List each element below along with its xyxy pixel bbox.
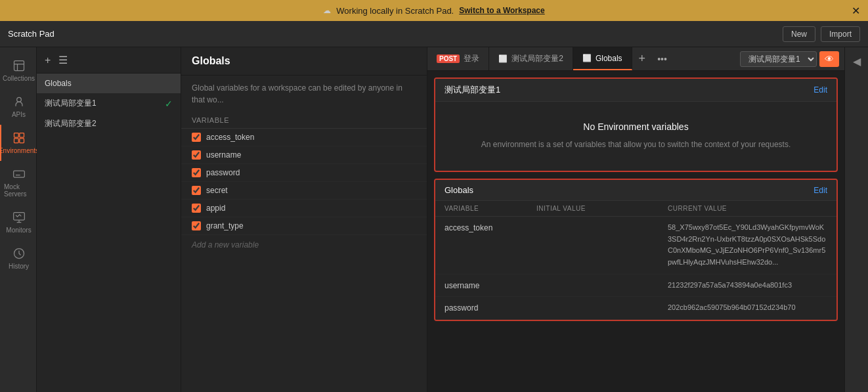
env-tab-icon: ⬜ (498, 54, 508, 63)
close-notification-button[interactable]: ✕ (852, 5, 860, 17)
svg-rect-4 (14, 139, 18, 143)
variable-row: password (181, 164, 427, 182)
globals-card-header: Globals Edit (435, 180, 836, 201)
var-checkbox-5[interactable] (192, 221, 201, 230)
add-tab-button[interactable]: + (632, 52, 653, 66)
more-tabs-button[interactable]: ••• (652, 54, 672, 64)
environment-select[interactable]: 测试局部变量1 测试局部变量2 Globals (740, 51, 817, 67)
globals-data-row[interactable]: username 21232f297a57a5a743894a0e4a801fc… (435, 274, 836, 297)
cell-current-1: 21232f297a57a5a743894a0e4a801fc3 (668, 280, 827, 292)
sidebar-item-history[interactable]: History (0, 240, 36, 276)
var-name-3: secret (206, 186, 416, 195)
svg-point-1 (16, 97, 21, 102)
sidebar-item-environments-label: Environments (0, 147, 39, 154)
var-name-1: username (206, 150, 416, 160)
local-env-card: 测试局部变量1 Edit No Environment variables An… (434, 77, 838, 172)
globals-table-rows: access_token 58_X75wxy87ot5Ec_Y90Ld3Wyah… (435, 217, 836, 320)
post-method-badge: POST (437, 54, 460, 63)
tab-bar: POST 登录 ⬜ 测试局部变量2 ⬜ Globals + ••• 测试局部变量… (427, 47, 844, 71)
env-item-local2[interactable]: 测试局部变量2 (37, 114, 181, 134)
var-checkbox-1[interactable] (192, 150, 201, 160)
svg-rect-3 (19, 133, 24, 138)
globals-card-title: Globals (445, 185, 473, 195)
variable-row: grant_type (181, 217, 427, 235)
col-header-variable: VARIABLE (445, 205, 536, 212)
svg-rect-2 (14, 133, 18, 138)
globals-table-header: VARIABLE (181, 112, 427, 129)
tab-globals[interactable]: ⬜ Globals (573, 47, 632, 70)
sidebar-item-apis[interactable]: APIs (0, 89, 36, 125)
sidebar-item-collections-label: Collections (3, 75, 35, 82)
import-button[interactable]: Import (821, 26, 860, 42)
var-name-0: access_token (206, 133, 416, 142)
globals-panel-description: Global variables for a workspace can be … (181, 76, 427, 112)
variable-row: appid (181, 200, 427, 217)
tab-local-var2[interactable]: ⬜ 测试局部变量2 (489, 47, 573, 70)
sidebar-item-apis-label: APIs (12, 111, 26, 118)
cell-current-0: 58_X75wxy87ot5Ec_Y90Ld3WyahGKfpymvWoK3SD… (668, 222, 827, 268)
cell-variable-0: access_token (445, 222, 536, 232)
globals-data-row[interactable]: access_token 58_X75wxy87ot5Ec_Y90Ld3Wyah… (435, 217, 836, 274)
variable-row: username (181, 146, 427, 164)
cell-variable-2: password (445, 302, 536, 313)
list-view-button[interactable]: ☰ (57, 53, 69, 68)
tab-post-login-label: 登录 (464, 53, 479, 64)
col-header-current: CURRENT VALUE (668, 205, 827, 212)
var-checkbox-4[interactable] (192, 204, 201, 213)
variable-row: access_token (181, 129, 427, 146)
local-env-card-title: 测试局部变量1 (445, 84, 500, 96)
add-variable-row[interactable]: Add a new variable (181, 235, 427, 255)
cell-variable-1: username (445, 280, 536, 290)
svg-rect-7 (13, 213, 24, 221)
svg-rect-6 (13, 171, 24, 177)
sidebar-item-collections[interactable]: Collections (0, 53, 36, 89)
environment-panels: 测试局部变量1 Edit No Environment variables An… (427, 71, 844, 392)
var-checkbox-2[interactable] (192, 168, 201, 177)
sidebar-item-environments[interactable]: Environments (0, 125, 36, 161)
tab-post-login[interactable]: POST 登录 (427, 47, 489, 70)
right-panel-icon1[interactable]: ◀ (850, 53, 863, 70)
tab-bar-right: 测试局部变量1 测试局部变量2 Globals 👁 (740, 51, 844, 67)
globals-card-edit-button[interactable]: Edit (814, 186, 827, 195)
globals-tab-icon: ⬜ (582, 54, 592, 62)
left-panel: + ☰ Globals 测试局部变量1 ✓ 测试局部变量2 (37, 47, 181, 392)
cell-current-2: 202cb962ac59075b964b07152d234b70 (668, 302, 827, 314)
env-item-local1[interactable]: 测试局部变量1 ✓ (37, 93, 181, 114)
globals-card: Globals Edit VARIABLE INITIAL VALUE CURR… (434, 179, 838, 321)
variable-row: secret (181, 182, 427, 200)
local-env-edit-button[interactable]: Edit (814, 85, 827, 95)
icon-sidebar: Collections APIs Environments Mock Serve… (0, 47, 37, 392)
sidebar-item-history-label: History (9, 263, 29, 270)
cloud-icon: ☁ (323, 6, 331, 15)
globals-panel-title: Globals (181, 47, 427, 76)
variables-list: access_token username password secret ap… (181, 129, 427, 235)
var-name-5: grant_type (206, 221, 416, 230)
new-button[interactable]: New (783, 26, 815, 42)
env-item-name: 测试局部变量1 (45, 98, 97, 109)
var-checkbox-3[interactable] (192, 186, 201, 195)
tab-local-var2-label: 测试局部变量2 (511, 53, 563, 64)
globals-data-table-header: VARIABLE INITIAL VALUE CURRENT VALUE (435, 201, 836, 217)
main-area: POST 登录 ⬜ 测试局部变量2 ⬜ Globals + ••• 测试局部变量… (427, 47, 844, 392)
eye-view-button[interactable]: 👁 (819, 51, 839, 67)
col-header-initial: INITIAL VALUE (536, 205, 668, 212)
svg-rect-5 (19, 139, 24, 143)
app-title: Scratch Pad (8, 29, 54, 39)
globals-list-item[interactable]: Globals (37, 74, 181, 93)
globals-data-row[interactable]: password 202cb962ac59075b964b07152d234b7… (435, 297, 836, 320)
var-name-4: appid (206, 204, 416, 213)
var-checkbox-0[interactable] (192, 133, 201, 142)
right-panel: ◀ (844, 47, 868, 392)
sidebar-item-monitors[interactable]: Monitors (0, 204, 36, 240)
globals-editor-panel: Globals Global variables for a workspace… (181, 47, 427, 392)
workspace-link[interactable]: Switch to a Workspace (459, 6, 544, 15)
sidebar-item-mock-servers-label: Mock Servers (4, 183, 33, 198)
sidebar-item-mock-servers[interactable]: Mock Servers (0, 161, 36, 204)
left-panel-header: + ☰ (37, 47, 181, 74)
svg-rect-0 (14, 61, 24, 71)
sidebar-item-monitors-label: Monitors (6, 227, 31, 234)
notification-text: Working locally in Scratch Pad. (336, 6, 454, 16)
app-body: Collections APIs Environments Mock Serve… (0, 47, 868, 392)
var-name-2: password (206, 168, 416, 177)
add-environment-button[interactable]: + (43, 53, 52, 68)
